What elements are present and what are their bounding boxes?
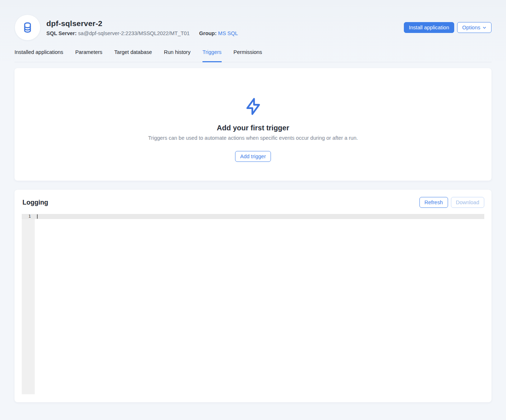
page: dpf-sqlserver-2 SQL Server: sa@dpf-sqlse… bbox=[0, 0, 506, 402]
install-application-button[interactable]: Install application bbox=[404, 22, 454, 33]
editor-content[interactable] bbox=[35, 214, 484, 394]
tab-run-history[interactable]: Run history bbox=[164, 49, 191, 62]
database-icon bbox=[21, 21, 34, 34]
editor-gutter bbox=[22, 214, 35, 394]
download-button[interactable]: Download bbox=[451, 197, 485, 208]
bolt-icon bbox=[243, 96, 263, 117]
header-actions: Install application Options bbox=[404, 22, 492, 33]
add-trigger-button[interactable]: Add trigger bbox=[235, 151, 271, 162]
sql-server-label: SQL Server: bbox=[46, 30, 77, 36]
logging-card: Logging Refresh Download 1 bbox=[14, 190, 492, 402]
triggers-empty-state-card: Add your first trigger Triggers can be u… bbox=[14, 68, 492, 181]
options-button-label: Options bbox=[462, 25, 480, 30]
options-button[interactable]: Options bbox=[457, 22, 492, 33]
sql-server-value: sa@dpf-sqlserver-2:2233/MSSQL2022/MT_T01 bbox=[78, 30, 190, 36]
header-info: dpf-sqlserver-2 SQL Server: sa@dpf-sqlse… bbox=[46, 19, 238, 36]
logging-header: Logging Refresh Download bbox=[22, 197, 484, 208]
page-title: dpf-sqlserver-2 bbox=[46, 19, 238, 28]
tab-target-database[interactable]: Target database bbox=[114, 49, 152, 62]
tab-triggers[interactable]: Triggers bbox=[202, 49, 222, 62]
empty-state-title: Add your first trigger bbox=[217, 124, 289, 132]
subtitle: SQL Server: sa@dpf-sqlserver-2:2233/MSSQ… bbox=[46, 30, 238, 36]
chevron-down-icon bbox=[482, 26, 486, 30]
tab-permissions[interactable]: Permissions bbox=[234, 49, 262, 62]
tab-parameters[interactable]: Parameters bbox=[75, 49, 103, 62]
group-label: Group: bbox=[199, 30, 217, 36]
tab-bar: Installed applications Parameters Target… bbox=[14, 49, 492, 62]
empty-state-description: Triggers can be used to automate actions… bbox=[148, 135, 358, 141]
logging-title: Logging bbox=[22, 199, 48, 206]
log-editor[interactable]: 1 bbox=[22, 214, 484, 394]
avatar bbox=[14, 14, 41, 41]
refresh-button[interactable]: Refresh bbox=[419, 197, 448, 208]
tab-installed-applications[interactable]: Installed applications bbox=[14, 49, 63, 62]
group-link[interactable]: MS SQL bbox=[218, 30, 238, 36]
editor-line-number: 1 bbox=[22, 214, 35, 219]
app-header: dpf-sqlserver-2 SQL Server: sa@dpf-sqlse… bbox=[14, 14, 492, 41]
logging-actions: Refresh Download bbox=[419, 197, 484, 208]
